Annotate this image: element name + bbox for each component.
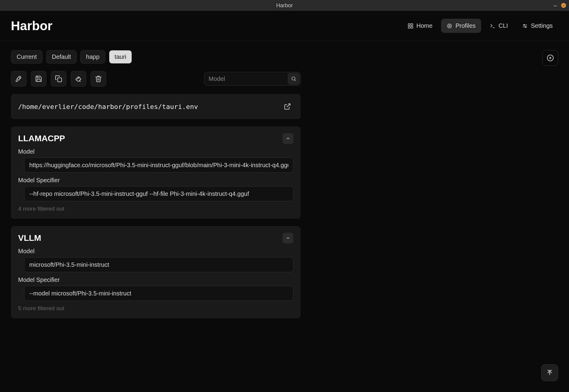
nav-settings-label: Settings [531,22,553,29]
svg-point-14 [292,77,295,80]
vllm-model-label: Model [18,248,293,255]
vllm-specifier-label: Model Specifier [18,276,293,283]
collapse-llamacpp-button[interactable] [283,133,293,144]
nav-home-label: Home [417,22,433,29]
llamacpp-filtered-hint: 4 more filtered out [18,206,293,212]
vllm-model-input[interactable] [24,257,293,272]
nav-home[interactable]: Home [402,19,438,33]
search-icon [291,76,296,81]
section-vllm: VLLM Model Model Specifier [11,226,301,318]
svg-rect-12 [58,78,62,82]
svg-line-15 [295,80,296,81]
terminal-icon [490,23,496,29]
nav-cli-label: CLI [499,22,508,29]
external-link-icon [284,103,291,110]
copy-icon [55,75,62,82]
right-panel [313,50,558,383]
nav-profiles[interactable]: Profiles [441,19,481,33]
nav-profiles-label: Profiles [456,22,476,29]
profile-toolbar [11,71,301,87]
chevron-up-icon [285,235,291,241]
vllm-specifier-input[interactable] [24,286,293,301]
svg-point-4 [447,24,451,28]
svg-point-5 [449,25,450,27]
profile-path: /home/everlier/code/harbor/profiles/taur… [18,103,198,110]
window-title: Harbor [276,2,293,9]
open-externally-button[interactable] [281,100,293,113]
trash-icon [95,75,102,82]
profile-path-card: /home/everlier/code/harbor/profiles/taur… [11,94,301,119]
launch-button[interactable] [11,71,27,87]
section-llamacpp-title: LLAMACPP [18,134,65,143]
llamacpp-model-input[interactable] [24,158,293,173]
filter-input[interactable] [204,72,301,86]
copy-button[interactable] [51,71,66,87]
add-section-button[interactable] [542,50,558,66]
llamacpp-model-label: Model [18,148,293,155]
arrow-up-icon [546,369,554,377]
window-minimize-button[interactable]: – [554,2,557,8]
save-button[interactable] [31,71,46,87]
svg-line-16 [287,104,290,107]
llamacpp-specifier-label: Model Specifier [18,177,293,184]
chip-tauri[interactable]: tauri [109,50,132,64]
svg-rect-2 [408,26,410,28]
llamacpp-specifier-input[interactable] [24,186,293,201]
svg-rect-1 [411,24,413,25]
delete-button[interactable] [91,71,106,87]
section-llamacpp: LLAMACPP Model Model Specifier [11,126,301,219]
save-icon [35,75,42,82]
nav-cli[interactable]: CLI [484,19,513,33]
section-vllm-title: VLLM [18,233,41,243]
collapse-vllm-button[interactable] [283,233,293,244]
profile-chips: Current Default happ tauri [11,50,301,64]
svg-point-11 [19,78,20,78]
sliders-icon [522,23,528,29]
svg-rect-3 [411,26,413,28]
rocket-icon [15,75,22,82]
erase-button[interactable] [71,71,86,87]
main-nav: Home Profiles CLI Settings [402,19,558,33]
chip-default[interactable]: Default [46,50,77,64]
brand: Harbor [11,19,53,33]
chip-current[interactable]: Current [11,50,43,64]
eraser-icon [75,75,82,82]
vllm-filtered-hint: 5 more filtered out [18,305,293,312]
titlebar: Harbor – ✕ [0,0,569,11]
grid-icon [408,23,414,29]
nav-settings[interactable]: Settings [516,19,558,33]
chip-happ[interactable]: happ [80,50,105,64]
chevron-up-icon [285,136,291,141]
scroll-to-top-button[interactable] [541,364,558,381]
plus-icon [547,54,554,62]
window-close-button[interactable]: ✕ [561,3,566,8]
svg-rect-0 [408,24,410,25]
target-icon [446,23,452,29]
search-button[interactable] [288,73,300,85]
